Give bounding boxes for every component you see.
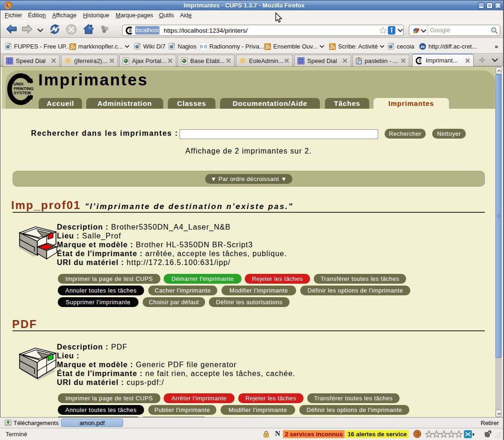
svg-text:DI: DI: [421, 45, 425, 49]
svg-text:PRINTING: PRINTING: [14, 86, 34, 91]
svg-text:UNIX: UNIX: [14, 82, 24, 86]
svg-text:SYSTEM: SYSTEM: [14, 91, 31, 95]
